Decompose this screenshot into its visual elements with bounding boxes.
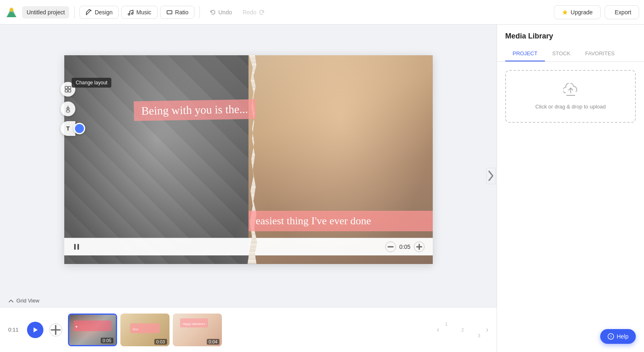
clip-2-duration: 0:03 [154,339,167,345]
text-tool-group: T [61,121,87,136]
time-decrease-button[interactable] [385,241,396,252]
ratio-icon [166,9,173,16]
music-button[interactable]: Music [121,6,158,19]
toolbar-divider-1 [74,6,75,18]
toolbar-right: Upgrade Export [554,5,639,19]
export-label: Export [615,9,631,16]
text-top: Being with you is the... [141,102,248,117]
tab-project[interactable]: PROJECT [505,46,545,61]
music-label: Music [136,9,151,16]
svg-rect-5 [167,11,172,14]
time-increase-button[interactable] [414,241,425,252]
svg-point-3 [128,14,130,15]
clip-3[interactable]: Happy Valentine's 0:04 [173,314,222,346]
canvas-wrapper: T Change layout Being [0,25,497,294]
text-tool-button[interactable]: T [61,121,75,136]
color-picker-dot[interactable] [74,123,85,134]
app-logo [5,6,18,19]
clip-1[interactable]: ♥ 0:05 [68,314,117,346]
main-area: T Change layout Being [0,25,644,352]
grid-view-bar: Grid View [0,294,497,307]
upgrade-button[interactable]: Upgrade [554,5,601,19]
clip-2-overlay: love [130,323,160,333]
editor-area: T Change layout Being [0,25,497,352]
svg-rect-9 [68,86,71,89]
grid-view-toggle[interactable]: Grid View [8,298,39,304]
canvas-right-panel [249,55,433,264]
pause-icon [72,243,81,251]
upload-icon [563,83,578,99]
svg-marker-6 [563,10,567,15]
svg-rect-15 [388,246,394,248]
timeline-play-button[interactable] [27,322,43,338]
time-display: 0:05 [399,244,410,250]
media-library-title: Media Library [505,32,636,41]
timeline-numbers: 1 2 3 [445,322,480,338]
timeline-current-time: 0:11 [8,327,21,333]
pause-button[interactable] [72,243,81,251]
grid-view-label: Grid View [16,298,39,304]
change-layout-tooltip: Change layout [72,78,111,88]
layout-icon [64,86,72,93]
ratio-label: Ratio [175,9,189,16]
svg-rect-8 [65,86,68,89]
canvas[interactable]: Being with you is the... easiest thing I… [64,55,433,264]
svg-point-2 [9,8,14,12]
canvas-left-toolbar: T [61,82,87,136]
timeline-add-button[interactable] [49,323,62,336]
collapse-panel-button[interactable] [486,168,496,184]
chevron-right-icon [486,169,495,183]
svg-rect-14 [77,244,79,250]
design-button[interactable]: Design [79,6,119,19]
svg-rect-10 [65,90,68,92]
tab-stock[interactable]: STOCK [545,46,578,61]
timeline: 0:11 ♥ 0:05 [0,307,497,352]
minus-icon [386,242,395,252]
help-button[interactable]: ? Help [600,329,636,344]
plus-icon [414,242,424,252]
clip-1-duration: 0:05 [101,338,113,343]
svg-rect-11 [68,90,71,92]
undo-icon [210,9,216,16]
upload-text: Click or drag & drop to upload [536,104,606,110]
text-overlay-top[interactable]: Being with you is the... [133,99,255,121]
right-panel: Media Library PROJECT STOCK FAVORITES Cl… [497,25,644,352]
tab-favorites[interactable]: FAVORITES [578,46,622,61]
play-icon [32,326,39,334]
music-icon [127,9,134,16]
clip-2[interactable]: love 0:03 [120,314,169,346]
design-icon [86,9,92,16]
text-overlay-bottom[interactable]: easiest thing I've ever done [249,211,433,231]
svg-marker-18 [34,327,38,332]
color-drop-icon [64,105,72,113]
clip-3-duration: 0:04 [207,339,219,345]
svg-text:?: ? [610,335,612,339]
timeline-clips: ♥ 0:05 love 0:03 [68,314,431,346]
svg-point-4 [131,13,133,14]
timeline-scroll-left[interactable]: ‹ [437,325,439,334]
upload-area[interactable]: Click or drag & drop to upload [505,70,636,123]
timeline-scroll-right[interactable]: › [486,325,488,334]
time-controls: 0:05 [385,241,424,252]
upgrade-star-icon [562,9,568,16]
export-button[interactable]: Export [605,5,639,19]
redo-icon [258,9,265,16]
svg-rect-13 [74,244,76,250]
upgrade-label: Upgrade [571,9,593,16]
project-title[interactable]: Untitled project [22,6,69,18]
undo-button[interactable]: Undo [205,6,237,18]
toolbar-divider-2 [199,6,200,18]
color-button[interactable] [61,102,75,116]
redo-button[interactable]: Redo [238,6,270,18]
undo-redo-group: Undo Redo [205,6,270,18]
help-icon: ? [608,333,614,340]
playback-bar: 0:05 [64,238,433,255]
design-label: Design [95,9,113,16]
redo-label: Redo [243,9,256,16]
right-panel-header: Media Library PROJECT STOCK FAVORITES [497,25,644,62]
ratio-button[interactable]: Ratio [160,6,195,19]
help-label: Help [617,333,628,340]
svg-rect-17 [418,244,420,250]
text-bottom: easiest thing I've ever done [256,215,371,227]
toolbar: Untitled project Design Music Ratio Undo [0,0,644,25]
